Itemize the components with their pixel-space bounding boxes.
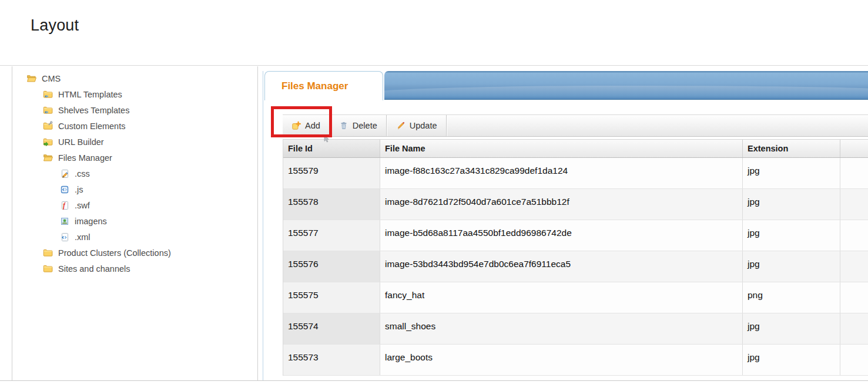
cell-extension: jpg xyxy=(743,251,840,282)
url-builder-folder-icon xyxy=(43,137,53,147)
update-button[interactable]: Update xyxy=(387,115,447,136)
table-row[interactable]: 155575fancy_hatpng xyxy=(283,282,868,313)
tree-item-label: CMS xyxy=(42,74,61,83)
tree-item-html-templates[interactable]: HTML Templates xyxy=(12,86,257,102)
cell-file-name: image-b5d68a8117aa4550bf1edd96986742de xyxy=(380,220,743,251)
cell-extra xyxy=(840,220,868,251)
tree-item-custom-elements[interactable]: Custom Elements xyxy=(12,118,257,134)
pencil-icon xyxy=(396,121,405,130)
tree-item-imagens[interactable]: imagens xyxy=(12,213,257,229)
topbar: Layout xyxy=(0,0,868,66)
cell-file-name: small_shoes xyxy=(380,313,743,344)
table-row[interactable]: 155576image-53bd3443bd954e7db0c6ea7f6911… xyxy=(283,251,868,282)
tree-item-url-builder[interactable]: URL Builder xyxy=(12,134,257,150)
tree-item-label: Product Clusters (Collections) xyxy=(58,248,171,258)
cell-extension: jpg xyxy=(743,220,840,251)
cms-admin-page: Layout CMSHTML TemplatesShelves Template… xyxy=(0,0,868,388)
page-bottom-divider xyxy=(0,380,868,381)
delete-button-label: Delete xyxy=(353,121,377,130)
cell-file-name: fancy_hat xyxy=(380,282,743,313)
css-file-icon xyxy=(59,168,69,178)
update-button-label: Update xyxy=(410,121,437,130)
column-header-extension[interactable]: Extension xyxy=(743,140,840,157)
tab-files-manager[interactable]: Files Manager xyxy=(264,71,383,100)
tree-item-label: URL Builder xyxy=(58,137,104,147)
tree-item-label: Custom Elements xyxy=(58,122,125,131)
tree-item-swf[interactable]: f.swf xyxy=(12,197,257,213)
tree-item-label: .js xyxy=(75,185,83,194)
tabstrip-background xyxy=(384,71,868,100)
tree-item-shelves-templates[interactable]: Shelves Templates xyxy=(12,102,257,118)
templates-folder-icon xyxy=(43,89,53,99)
open-folder-icon xyxy=(26,73,36,83)
table-row[interactable]: 155579image-f88c163c27a3431c829ca99def1d… xyxy=(283,158,868,189)
table-row[interactable]: 155574small_shoesjpg xyxy=(283,313,868,345)
js-file-icon xyxy=(59,184,69,194)
tree-item-label: imagens xyxy=(75,217,107,226)
open-folder-icon xyxy=(43,153,53,163)
cell-file-id: 155579 xyxy=(283,158,380,188)
templates-folder-icon xyxy=(43,105,53,115)
files-table: File Id File Name Extension 155579image-… xyxy=(283,139,868,376)
custom-elements-folder-icon xyxy=(43,121,53,131)
table-row[interactable]: 155573large_bootsjpg xyxy=(283,345,868,376)
tree-item-label: Files Manager xyxy=(58,153,112,163)
cell-file-id: 155577 xyxy=(283,220,380,251)
cell-extra xyxy=(840,158,868,188)
tree-item-label: .css xyxy=(75,169,90,178)
cell-extension: jpg xyxy=(743,189,840,220)
table-body: 155579image-f88c163c27a3431c829ca99def1d… xyxy=(283,158,868,376)
tree-item-xml[interactable]: .xml xyxy=(12,229,257,245)
cell-file-id: 155573 xyxy=(283,345,380,375)
column-header-extra xyxy=(840,140,868,157)
cell-file-id: 155574 xyxy=(283,313,380,344)
cell-extension: jpg xyxy=(743,345,840,375)
cell-extension: jpg xyxy=(743,158,840,188)
cell-file-name: image-8d7621d72f5040d7a601ce7a51bbb12f xyxy=(380,189,743,220)
delete-button[interactable]: Delete xyxy=(330,115,387,136)
image-file-icon xyxy=(59,216,69,226)
tree-item-js[interactable]: .js xyxy=(12,181,257,197)
page-title: Layout xyxy=(31,16,79,35)
table-row[interactable]: 155578image-8d7621d72f5040d7a601ce7a51bb… xyxy=(283,189,868,220)
cell-file-name: image-53bd3443bd954e7db0c6ea7f6911eca5 xyxy=(380,251,743,282)
cell-file-id: 155576 xyxy=(283,251,380,282)
tree-item-sites-and-channels[interactable]: Sites and channels xyxy=(12,261,257,276)
tab-files-manager-label: Files Manager xyxy=(281,80,348,92)
tree-item-label: Shelves Templates xyxy=(58,106,129,115)
xml-file-icon xyxy=(59,232,69,242)
swf-file-icon: f xyxy=(59,200,69,210)
table-row[interactable]: 155577image-b5d68a8117aa4550bf1edd969867… xyxy=(283,220,868,251)
trash-icon xyxy=(339,121,348,130)
tree-item-product-clusters-collections[interactable]: Product Clusters (Collections) xyxy=(12,245,257,261)
sidebar-tree: CMSHTML TemplatesShelves TemplatesCustom… xyxy=(12,66,258,380)
column-header-file-id[interactable]: File Id xyxy=(283,140,380,157)
table-header-row: File Id File Name Extension xyxy=(283,139,868,158)
tree-item-label: HTML Templates xyxy=(58,90,122,99)
toolbar: Add Delete Update xyxy=(283,114,868,137)
tree-item-css[interactable]: .css xyxy=(12,166,257,181)
files-manager-panel: Files Manager Add Delete Update xyxy=(263,71,868,380)
cell-extra xyxy=(840,282,868,313)
cell-extension: png xyxy=(743,282,840,313)
tree-item-label: .xml xyxy=(75,232,91,242)
cell-extra xyxy=(840,189,868,220)
tab-bar: Files Manager xyxy=(263,71,868,100)
tree-item-files-manager[interactable]: Files Manager xyxy=(12,150,257,166)
closed-folder-icon xyxy=(43,248,53,258)
closed-folder-icon xyxy=(43,264,53,274)
tree-item-label: .swf xyxy=(75,201,90,210)
cell-extra xyxy=(840,345,868,375)
cell-file-name: image-f88c163c27a3431c829ca99def1da124 xyxy=(380,158,743,188)
cell-file-id: 155578 xyxy=(283,189,380,220)
cell-file-id: 155575 xyxy=(283,282,380,313)
cell-extra xyxy=(840,313,868,344)
column-header-file-name[interactable]: File Name xyxy=(380,140,743,157)
annotation-highlight-box xyxy=(271,106,332,137)
cell-file-name: large_boots xyxy=(380,345,743,375)
tree-item-label: Sites and channels xyxy=(58,264,130,274)
toolbar-spacer xyxy=(447,115,868,136)
cell-extra xyxy=(840,251,868,282)
tree-item-cms[interactable]: CMS xyxy=(12,70,257,86)
panel-content: Add Delete Update File Id File Name Exte… xyxy=(283,114,868,380)
